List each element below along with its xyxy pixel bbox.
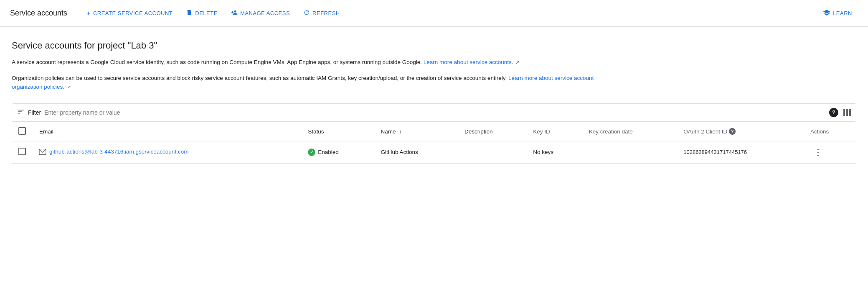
row-name-cell: GitHub Actions — [374, 141, 458, 163]
toolbar-actions: + CREATE SERVICE ACCOUNT DELETE MANAGE A… — [81, 6, 817, 21]
header-checkbox-cell — [12, 122, 33, 141]
col-header-oauth2-client-id: OAuth 2 Client ID ? — [677, 122, 804, 141]
filter-bar-right: ? — [829, 108, 851, 117]
table-header-row: Email Status Name ↑ Description Key ID — [12, 122, 856, 141]
filter-label: Filter — [28, 109, 41, 116]
trash-icon — [186, 9, 193, 18]
row-checkbox[interactable] — [18, 148, 26, 155]
oauth2-help-icon[interactable]: ? — [729, 128, 736, 135]
row-actions-cell: ⋮ — [804, 141, 856, 163]
row-key-id-cell: No keys — [526, 141, 582, 163]
col-header-email: Email — [33, 122, 301, 141]
row-checkbox-cell — [12, 141, 33, 163]
service-accounts-table: Email Status Name ↑ Description Key ID — [12, 122, 856, 164]
col-header-status: Status — [301, 122, 374, 141]
table-row: github-actions@lab-3-443716.iam.gservice… — [12, 141, 856, 163]
select-all-checkbox[interactable] — [18, 127, 26, 135]
learn-icon — [823, 9, 830, 18]
row-key-creation-date-cell — [582, 141, 677, 163]
description-1: A service account represents a Google Cl… — [12, 58, 596, 67]
external-link-icon-2: ↗ — [67, 83, 71, 91]
description-2: Organization policies can be used to sec… — [12, 74, 596, 92]
toolbar-right: LEARN — [817, 5, 858, 21]
filter-help-icon[interactable]: ? — [829, 108, 838, 117]
sort-arrow-icon: ↑ — [399, 129, 401, 135]
column-toggle-button[interactable] — [843, 109, 851, 116]
service-account-email-link[interactable]: github-actions@lab-3-443716.iam.gservice… — [49, 149, 188, 155]
content-area: Service accounts for project "Lab 3" A s… — [0, 27, 868, 164]
refresh-button[interactable]: REFRESH — [297, 6, 346, 21]
external-link-icon-1: ↗ — [515, 59, 520, 67]
plus-icon: + — [86, 10, 91, 17]
refresh-icon — [303, 9, 310, 18]
learn-button[interactable]: LEARN — [817, 5, 858, 21]
col-header-description: Description — [458, 122, 526, 141]
col-header-actions: Actions — [804, 122, 856, 141]
row-status-cell: Enabled — [301, 141, 374, 163]
create-service-account-button[interactable]: + CREATE SERVICE ACCOUNT — [81, 6, 178, 20]
filter-icon — [17, 108, 25, 117]
col-header-key-id: Key ID — [526, 122, 582, 141]
delete-button[interactable]: DELETE — [180, 6, 223, 21]
learn-more-link-1[interactable]: Learn more about service accounts. ↗ — [424, 59, 520, 65]
email-account-icon — [39, 149, 46, 156]
toolbar: Service accounts + CREATE SERVICE ACCOUN… — [0, 0, 868, 27]
status-enabled-icon — [308, 149, 315, 156]
row-oauth2-client-id-cell: 102862894431717445176 — [677, 141, 804, 163]
person-add-icon — [231, 9, 238, 18]
filter-input[interactable] — [44, 109, 829, 116]
manage-access-button[interactable]: MANAGE ACCESS — [225, 6, 296, 21]
more-actions-button[interactable]: ⋮ — [810, 146, 825, 159]
filter-bar: Filter ? — [12, 103, 856, 122]
col-header-key-creation-date: Key creation date — [582, 122, 677, 141]
col-header-name[interactable]: Name ↑ — [374, 122, 458, 141]
page-heading: Service accounts for project "Lab 3" — [12, 40, 856, 51]
row-email-cell: github-actions@lab-3-443716.iam.gservice… — [33, 141, 301, 163]
toolbar-title: Service accounts — [10, 9, 67, 18]
row-description-cell — [458, 141, 526, 163]
